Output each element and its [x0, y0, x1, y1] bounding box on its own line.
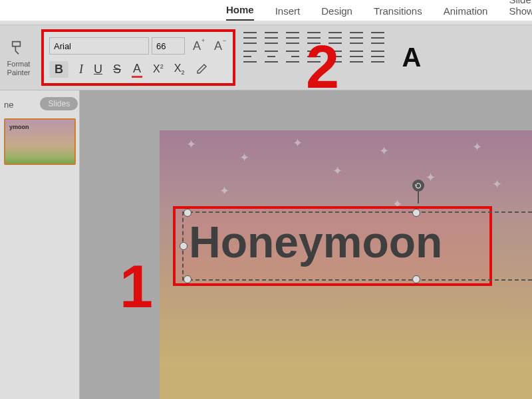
tab-home[interactable]: Home	[226, 4, 254, 21]
annotation-number-2: 2	[306, 33, 339, 102]
numbering-button[interactable]	[265, 32, 278, 44]
resize-handle-bm[interactable]	[412, 275, 420, 283]
thumb-title: ymoon	[9, 124, 29, 130]
outline-tab[interactable]: ne	[4, 100, 13, 110]
align-button[interactable]	[350, 32, 363, 44]
title-text[interactable]: Honeymoon	[189, 217, 442, 267]
tab-transitions[interactable]: Transitions	[374, 5, 422, 21]
resize-handle-tl[interactable]	[184, 209, 192, 217]
underline-button[interactable]: U	[94, 63, 102, 76]
slides-pane: ne Slides ymoon	[0, 90, 80, 399]
ribbon: Format Painter A A B I U S A X2 X2	[0, 25, 532, 90]
font-color-button[interactable]: A	[132, 62, 142, 78]
ribbon-tabs: Home Insert Design Transitions Animation…	[0, 0, 532, 21]
subscript-button[interactable]: X2	[174, 63, 185, 76]
align-right-button[interactable]	[286, 51, 299, 63]
slide-thumbnail-1[interactable]: ymoon	[4, 118, 76, 165]
italic-button[interactable]: I	[79, 63, 83, 76]
decrease-indent-button[interactable]	[286, 32, 299, 44]
superscript-button[interactable]: X2	[153, 63, 164, 75]
format-painter-button[interactable]: Format Painter	[0, 25, 37, 90]
font-size-input[interactable]	[152, 37, 185, 55]
tab-insert[interactable]: Insert	[275, 5, 301, 21]
resize-handle-bl[interactable]	[184, 275, 192, 283]
font-panel: A A B I U S A X2 X2	[41, 29, 235, 86]
resize-handle-tm[interactable]	[412, 209, 420, 217]
align-center-button[interactable]	[265, 51, 278, 63]
resize-handle-ml[interactable]	[180, 242, 188, 250]
tab-slideshow[interactable]: Slide Show	[509, 0, 532, 21]
annotation-number-1: 1	[120, 253, 153, 321]
font-name-input[interactable]	[49, 37, 149, 55]
bold-button[interactable]: B	[49, 61, 68, 78]
increase-font-icon[interactable]: A	[188, 37, 206, 55]
strikethrough-button[interactable]: S	[113, 63, 121, 76]
slides-tab[interactable]: Slides	[40, 97, 78, 110]
columns-button[interactable]	[350, 51, 363, 63]
tab-animation[interactable]: Animation	[444, 5, 488, 21]
text-direction-button[interactable]	[371, 32, 384, 44]
title-textbox[interactable]: Honeymoon	[173, 206, 492, 286]
format-painter-label: Format Painter	[3, 60, 35, 76]
text-styles-button[interactable]: A	[388, 25, 435, 90]
spacing-button[interactable]	[371, 51, 384, 63]
clear-format-button[interactable]	[195, 62, 208, 78]
bullets-button[interactable]	[243, 32, 257, 44]
align-left-button[interactable]	[243, 51, 257, 63]
tab-design[interactable]: Design	[321, 5, 352, 21]
decrease-font-icon[interactable]: A	[209, 37, 227, 55]
rotate-handle[interactable]	[412, 180, 424, 192]
